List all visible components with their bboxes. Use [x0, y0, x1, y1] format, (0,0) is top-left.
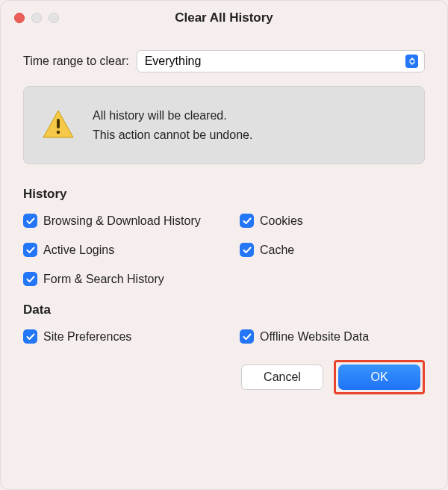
svg-rect-0 [57, 119, 60, 128]
traffic-lights [14, 13, 59, 23]
checkmark-icon [23, 214, 37, 228]
time-range-value: Everything [145, 55, 202, 68]
checkbox-label: Cache [260, 244, 294, 257]
checkbox-active-logins[interactable]: Active Logins [23, 243, 240, 257]
zoom-window-button [49, 13, 59, 23]
history-options: Browsing & Download History Cookies Acti… [23, 214, 425, 286]
checkmark-icon [23, 272, 37, 286]
checkbox-label: Active Logins [43, 244, 114, 257]
checkbox-label: Browsing & Download History [43, 214, 201, 228]
checkbox-site-preferences[interactable]: Site Preferences [23, 329, 240, 344]
close-window-button[interactable] [14, 13, 25, 23]
history-heading: History [23, 187, 425, 202]
ok-button[interactable]: OK [338, 365, 420, 390]
dropdown-arrows-icon [405, 55, 418, 68]
warning-text: All history will be cleared. This action… [93, 106, 252, 144]
titlebar: Clear All History [1, 1, 447, 35]
button-row: Cancel OK [23, 360, 425, 394]
checkmark-icon [23, 243, 37, 257]
data-options: Site Preferences Offline Website Data [23, 329, 425, 344]
dialog-content: Time range to clear: Everything All hist… [1, 35, 447, 412]
checkbox-label: Offline Website Data [260, 330, 369, 344]
warning-line1: All history will be cleared. [93, 106, 252, 125]
dialog-window: Clear All History Time range to clear: E… [0, 0, 448, 490]
checkbox-cookies[interactable]: Cookies [240, 214, 425, 228]
checkbox-label: Cookies [260, 214, 303, 228]
checkmark-icon [240, 214, 254, 228]
checkmark-icon [240, 329, 254, 344]
checkbox-cache[interactable]: Cache [240, 243, 425, 257]
cancel-button[interactable]: Cancel [241, 365, 323, 390]
minimize-window-button [31, 13, 42, 23]
checkbox-form-search[interactable]: Form & Search History [23, 272, 240, 286]
checkmark-icon [23, 329, 37, 344]
time-range-select[interactable]: Everything [137, 50, 425, 72]
time-range-row: Time range to clear: Everything [23, 50, 425, 72]
warning-box: All history will be cleared. This action… [23, 86, 425, 164]
checkmark-icon [240, 243, 254, 257]
checkbox-label: Site Preferences [43, 330, 131, 344]
data-heading: Data [23, 303, 425, 317]
warning-icon [42, 109, 75, 142]
time-range-label: Time range to clear: [23, 55, 129, 68]
ok-button-highlight: OK [334, 360, 425, 394]
warning-line2: This action cannot be undone. [93, 125, 252, 145]
svg-point-1 [57, 130, 60, 134]
checkbox-offline-data[interactable]: Offline Website Data [240, 329, 425, 344]
checkbox-label: Form & Search History [43, 273, 164, 286]
dialog-title: Clear All History [1, 10, 447, 25]
checkbox-browsing-history[interactable]: Browsing & Download History [23, 214, 240, 228]
